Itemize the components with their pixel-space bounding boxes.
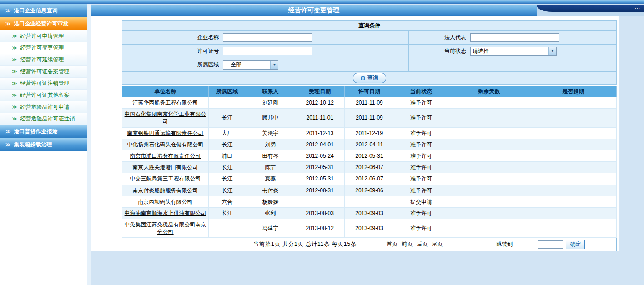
sidebar-item-sub[interactable]: ≫ 经营许可证注销管理 [0,78,87,90]
table-row: 江苏华西船务工程有限公司 刘廷刚 2012-10-12 2011-11-09 准… [122,97,617,109]
pagination-link[interactable]: 首页 [387,240,397,248]
status-cell: 准予许可 [394,219,448,238]
overdue-cell [530,173,616,185]
sidebar-item-top-active[interactable]: ≫ 港口企业经营许可审批 [0,17,87,30]
jump-page-input[interactable] [538,240,563,249]
sidebar-item-label: 港口普货作业报港 [14,128,58,135]
company-name-input[interactable] [223,33,312,42]
company-name-link[interactable]: 南京市浦口港务有限责任公司 [130,153,201,159]
region-cell [209,219,246,238]
sidebar-item-top[interactable]: ≫ 港口普货作业报港 [0,125,87,138]
page-title-bar: 经营许可变更管理 [91,5,537,16]
column-header: 单位名称 [122,86,209,97]
overdue-cell [530,185,616,196]
menu-arrow-icon: ≫ [5,129,11,135]
sidebar-item-label: 经营许可延续管理 [20,56,64,64]
license-date-cell: 2013-09-03 [345,219,394,238]
jump-confirm-button[interactable]: 确定 [566,240,585,249]
query-box-title: 查询条件 [122,21,617,31]
table-row: 中国石化集团南京化学工业有限公司 长江 顾邦中 2011-11-01 2011-… [122,109,617,127]
company-name-link[interactable]: 南京大胜关港港口有限公司 [133,164,198,170]
company-name-link[interactable]: 南京付炎船舶服务有限公司 [133,187,198,194]
region-cell [209,97,246,109]
company-name-link[interactable]: 南京钢铁四通运输有限责任公司 [127,130,204,136]
content: 查询条件 企业名称 法人代表 许可证号 当前状态 [122,20,617,251]
remaining-days-cell [448,150,530,161]
overdue-cell [530,207,616,219]
sidebar-item-label: 集装箱超载治理 [14,141,52,149]
company-name-link[interactable]: 中海油南京顺海水上供油有限公司 [125,210,206,216]
table-row: 南京市浦口港务有限责任公司 浦口 田有琴 2012-05-24 2012-05-… [122,150,617,161]
sidebar-item-label: 港口企业经营许可审批 [14,20,69,28]
legal-rep-input[interactable] [470,33,559,42]
remaining-days-cell [448,219,530,238]
region-cell: 浦口 [209,150,246,161]
table-row: 中免集团江苏免税品有限公司南京分公司 冯建宁 2013-08-12 2013-0… [122,219,617,238]
search-button[interactable]: 查询 [353,73,386,83]
search-button-label: 查询 [367,74,378,82]
column-header: 联系人 [246,86,295,97]
page-layout: ≫ 港口企业信息查询 ≫ 港口企业经营许可审批 ≫ 经营许可申请管理 ≫ 经营许… [0,4,644,285]
sidebar-item-sub[interactable]: ≫ 经营许可证备案管理 [0,66,87,78]
company-name-cell: 中交三航局第三工程有限公司 [122,173,209,185]
remaining-days-cell [448,127,530,139]
menu-arrow-icon: ≫ [5,142,11,148]
menu-arrow-icon: ≫ [12,80,17,86]
pagination-link[interactable]: 前页 [402,240,413,248]
main-area: 经营许可变更管理 ⋯ 查询条件 企业名称 法人代表 [91,4,644,285]
status-cell: 准予许可 [394,162,448,173]
sidebar-item-sub[interactable]: ≫ 经营危险品许可证注销 [0,113,87,125]
pagination-link[interactable]: 后页 [417,240,428,248]
remaining-days-cell [448,162,530,173]
license-date-cell: 2013-09-03 [345,207,394,219]
license-date-cell: 2012-04-11 [345,139,394,150]
contact-cell: 韦付炎 [246,185,295,196]
status-cell: 准予许可 [394,185,448,196]
remaining-days-cell [448,97,530,109]
company-name-label: 企业名称 [122,31,221,45]
sidebar-item-label: 经营许可证备案管理 [20,68,70,75]
company-name-cell: 中海油南京顺海水上供油有限公司 [122,207,209,219]
license-no-input[interactable] [223,47,312,55]
table-row: 中化扬州石化码头仓储有限公司 长江 刘勇 2012-04-01 2012-04-… [122,139,617,150]
sidebar-item-label: 经营危险品许可证注销 [20,115,75,123]
contact-cell: 顾邦中 [246,109,295,127]
region-select[interactable]: —全部— ▼ [223,60,278,70]
sidebar-item-top[interactable]: ≫ 港口企业信息查询 [0,4,87,17]
license-date-cell: 2011-11-09 [345,109,394,127]
table-row: 中交三航局第三工程有限公司 长江 夏燕 2012-05-31 2012-06-0… [122,173,617,185]
query-form: 查询条件 企业名称 法人代表 许可证号 当前状态 [122,20,617,85]
column-header: 当前状态 [394,86,448,97]
sidebar: ≫ 港口企业信息查询 ≫ 港口企业经营许可审批 ≫ 经营许可申请管理 ≫ 经营许… [0,4,87,285]
sidebar-item-sub[interactable]: ≫ 经营许可申请管理 [0,30,87,42]
sidebar-item-label: 经营许可申请管理 [20,32,64,40]
overdue-cell [530,97,616,109]
company-name-link[interactable]: 中免集团江苏免税品有限公司南京分公司 [125,221,206,235]
company-name-link[interactable]: 中国石化集团南京化学工业有限公司 [125,111,206,125]
region-cell: 长江 [209,109,246,127]
query-button-row: 查询 [122,72,617,85]
table-row: 南京钢铁四通运输有限责任公司 大厂 姜漫宇 2011-12-13 2011-12… [122,127,617,139]
status-select-value: 请选择 [471,47,489,55]
company-name-link[interactable]: 江苏华西船务工程有限公司 [133,100,198,106]
company-name-cell: 江苏华西船务工程有限公司 [122,97,209,109]
sidebar-item-sub[interactable]: ≫ 经营许可证其他备案 [0,90,87,101]
region-select-value: —全部— [223,61,247,69]
search-icon [361,76,365,80]
sidebar-item-top[interactable]: ≫ 集装箱超载治理 [0,138,87,151]
sidebar-item-sub[interactable]: ≫ 经营危险品许可申请 [0,101,87,113]
sidebar-item-sub-selected[interactable]: ≫ 经营许可变更管理 [0,42,87,54]
menu-arrow-icon: ≫ [12,116,17,122]
company-name-link[interactable]: 中化扬州石化码头仓储有限公司 [127,141,204,148]
status-label: 当前状态 [409,45,468,58]
page-title: 经营许可变更管理 [288,6,339,15]
region-label: 所属区域 [122,58,221,72]
sidebar-item-sub[interactable]: ≫ 经营许可延续管理 [0,54,87,66]
overdue-cell [530,139,616,150]
table-row: 南京大胜关港港口有限公司 长江 陈宁 2012-05-31 2012-06-07… [122,162,617,173]
dropdown-arrow-icon: ▼ [270,61,278,69]
pagination-link[interactable]: 尾页 [432,240,443,248]
status-select[interactable]: 请选择 ▼ [470,47,557,56]
company-name-link[interactable]: 中交三航局第三工程有限公司 [130,175,201,182]
column-header: 许可日期 [345,86,394,97]
